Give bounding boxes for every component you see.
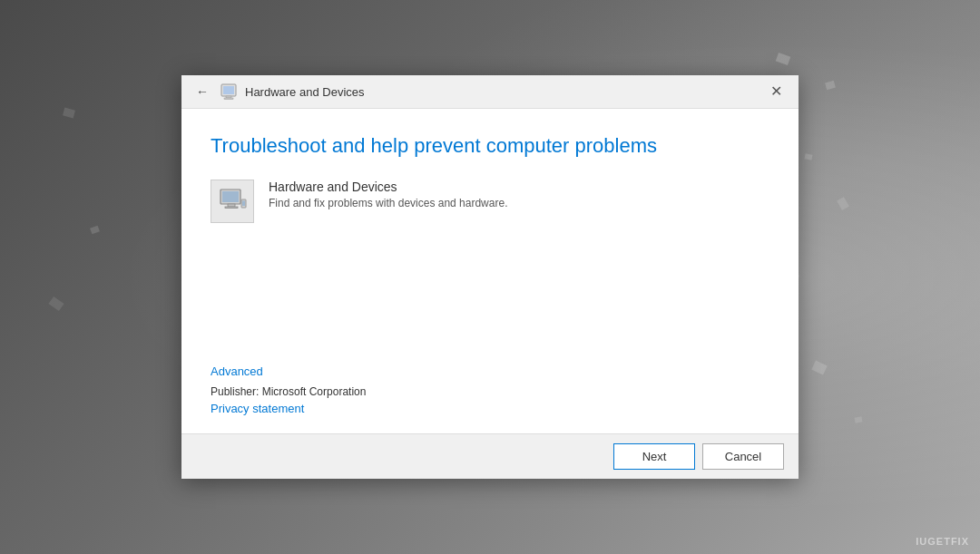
decoration [805,153,813,160]
publisher-text: Publisher: Microsoft Corporation [211,385,769,398]
dialog-footer: Next Cancel [181,433,799,479]
troubleshooter-item: Hardware and Devices Find and fix proble… [211,180,769,223]
next-button[interactable]: Next [613,443,695,470]
svg-rect-9 [242,201,245,207]
item-description: Find and fix problems with devices and h… [269,197,507,209]
back-button[interactable]: ← [192,83,212,101]
svg-rect-1 [223,86,234,94]
cancel-button[interactable]: Cancel [702,443,784,470]
hardware-devices-icon [211,180,254,223]
privacy-link[interactable]: Privacy statement [211,402,769,415]
svg-rect-7 [225,207,238,209]
item-text: Hardware and Devices Find and fix proble… [269,180,507,209]
dialog-titlebar: ← Hardware and Devices ✕ [181,75,799,109]
svg-rect-3 [224,98,233,100]
dialog-title-text: Hardware and Devices [245,85,365,99]
close-button[interactable]: ✕ [765,83,788,101]
watermark: IUGETFIX [916,536,969,547]
main-heading: Troubleshoot and help prevent computer p… [211,134,769,158]
item-title: Hardware and Devices [269,180,507,194]
troubleshoot-dialog: ← Hardware and Devices ✕ Troubleshoot an… [181,75,799,479]
footer-links: Advanced Publisher: Microsoft Corporatio… [181,364,799,433]
advanced-link[interactable]: Advanced [211,364,769,378]
dialog-title-icon [220,83,238,101]
dialog-body: Troubleshoot and help prevent computer p… [181,109,799,364]
svg-rect-2 [226,96,231,98]
svg-rect-6 [228,204,235,207]
body-spacer [211,241,769,350]
svg-rect-5 [222,191,239,202]
